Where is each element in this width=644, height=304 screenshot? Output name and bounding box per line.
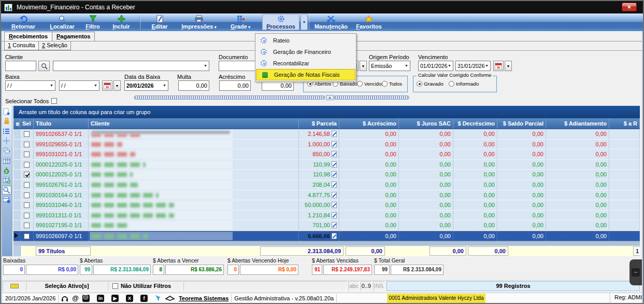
menu-item-rateio[interactable]: Rateio [255, 35, 356, 46]
radio-vencidos[interactable]: Vencidos [357, 81, 384, 87]
column-header-t-tulo[interactable]: Título [34, 118, 89, 129]
row-checkbox[interactable] [24, 223, 30, 228]
table-row[interactable]: 9991029655-0 1/11.000,000,000,000,000,00… [13, 140, 640, 150]
row-checkbox[interactable] [24, 182, 30, 188]
row-checkbox[interactable] [24, 213, 30, 218]
column-header--a-r[interactable]: $ a R [609, 118, 640, 129]
close-button[interactable]: ✕ [622, 3, 637, 11]
row-checkbox[interactable] [24, 162, 30, 168]
group-by-band[interactable]: Arraste um título de coluna aqui para cr… [13, 106, 640, 118]
hat-icon[interactable] [165, 295, 175, 301]
row-checkbox[interactable] [24, 151, 30, 157]
data-baixa-combo[interactable]: 20/01/2026 [124, 80, 168, 91]
table-row[interactable]: 9991030164-0 1/14.877,750,000,000,000,00… [13, 190, 640, 201]
facebook-icon[interactable]: f [140, 295, 151, 302]
select-all-checkbox[interactable] [51, 98, 57, 104]
side-list-icon[interactable] [2, 127, 11, 135]
youtube-icon[interactable]: ▶ [111, 295, 122, 302]
splitter-collapse-button[interactable]: ▲ [326, 95, 334, 100]
at-icon[interactable]: @ [72, 294, 79, 302]
radio-gravado[interactable]: Gravado [417, 81, 443, 87]
cliente-code-input[interactable] [5, 61, 36, 71]
side-moneybag-icon[interactable]: $ [2, 166, 11, 175]
toolbar-button-impress-es[interactable]: Impressões ▾ [177, 14, 221, 30]
side-chat-add-icon[interactable] [2, 146, 11, 155]
vencimento-calendar-button[interactable]: 30 [493, 61, 504, 71]
radio-informado[interactable]: Informado [449, 81, 479, 87]
side-table-icon[interactable] [2, 156, 11, 165]
no-filters-cell[interactable]: Não Utilizar Filtros [108, 281, 183, 291]
toolbar-button-editar[interactable]: Editar [145, 14, 174, 30]
table-row[interactable]: 9991026097-0 1/16.666,660,000,000,000,00… [13, 231, 640, 241]
table-row[interactable]: 9991027195-0 1/1701,000,000,000,000,000,… [13, 220, 640, 231]
brand-link[interactable]: Teorema Sistemas [179, 295, 228, 301]
column-header--juros-sac[interactable]: $ Juros SAC [399, 118, 453, 129]
table-row[interactable]: 9991031021-0 1/1850,000,000,000,000,000,… [13, 149, 640, 160]
toolbar-button-favoritos[interactable]: Favoritos [353, 14, 384, 30]
acrescimo-input[interactable]: 0,00 [219, 80, 251, 91]
tab-pagamentos[interactable]: Pagamentos [52, 32, 95, 41]
baixa-calendar-button[interactable]: 30 [102, 80, 112, 91]
table-row[interactable]: 9991026761-0 1/1208,040,000,000,000,000,… [13, 180, 640, 190]
splitter-bar-right[interactable] [334, 95, 409, 100]
baixa-to-combo[interactable]: / / [59, 80, 99, 91]
valor-extra-input[interactable]: 0,00 [262, 80, 294, 91]
row-checkbox[interactable] [24, 142, 30, 147]
row-checkbox[interactable] [24, 131, 30, 137]
column-header--parcela[interactable]: $ Parcela [299, 118, 339, 129]
toolbar-button-localizar[interactable]: Localizar [46, 14, 79, 30]
side-coins-icon[interactable] [2, 117, 11, 126]
column-header-sel[interactable]: Sel [20, 118, 34, 129]
toolbar-button-incluir[interactable]: Incluir [108, 14, 135, 30]
row-checkbox[interactable] [24, 202, 30, 208]
column-header--saldo-parcial[interactable]: $ Saldo Parcial [497, 118, 546, 129]
table-row[interactable]: 9991031046-0 1/150.000,000,000,000,000,0… [13, 200, 640, 211]
toolbar-button-filtro[interactable]: Filtro [81, 14, 105, 30]
row-checkbox[interactable] [24, 172, 30, 177]
baixa-from-combo[interactable]: / / [5, 80, 55, 91]
linkedin-icon[interactable]: in [97, 295, 108, 302]
headset-icon[interactable] [61, 295, 68, 302]
remote-access-tab[interactable]: ⇔ [629, 259, 642, 285]
toolbar-button-manuten-o[interactable]: Manutenção [312, 14, 350, 30]
vencimento-from-combo[interactable]: 01/01/2026 [418, 61, 453, 71]
column-header--acr-scimo[interactable]: $ Acréscimo [339, 118, 399, 129]
side-page-icon[interactable] [2, 107, 11, 116]
column-header-indicator[interactable]: ≣ [13, 118, 20, 129]
table-row[interactable]: 9991026537-0 1/12.146,580,000,000,000,00… [13, 129, 640, 140]
column-header--adiantamento[interactable]: $ Adiantamento [546, 118, 609, 129]
toolbar-dropdown-arrow[interactable]: ▼ [300, 14, 308, 30]
cliente-search-button[interactable] [38, 61, 50, 71]
splitter-bar[interactable] [134, 95, 325, 100]
menu-item-gera-o-de-financeiro[interactable]: Geração de Financeiro [255, 46, 356, 58]
table-row[interactable]: 0000122025-0 1/1110,980,000,000,000,000,… [13, 170, 640, 180]
side-table-add-icon[interactable] [2, 176, 11, 185]
x-icon[interactable]: X [126, 295, 137, 302]
tab-recebimentos[interactable]: Recebimentos [4, 32, 52, 41]
cliente-name-combo[interactable] [53, 61, 209, 71]
toolbar-button-retornar[interactable]: Retornar [5, 14, 41, 30]
radio-todos[interactable]: Todos [382, 81, 402, 87]
side-magnifier-icon[interactable] [2, 186, 11, 195]
vencimento-calendar-button-arrow[interactable]: ▼ [505, 61, 512, 71]
row-checkbox[interactable] [24, 233, 30, 239]
origem-periodo-combo[interactable]: Emissão [369, 61, 410, 71]
column-header-cliente[interactable]: Cliente [89, 118, 299, 129]
menu-item-gera-o-de-notas-fiscais[interactable]: Geração de Notas Fiscais [256, 69, 355, 80]
instagram-icon[interactable] [82, 295, 93, 302]
toolbar-button-grade[interactable]: Grade ▾ [228, 14, 253, 30]
documento-calendar-button-arrow[interactable]: ▼ [360, 61, 367, 71]
table-row[interactable]: 0000122025-0 1/1110,990,000,000,000,000,… [13, 160, 640, 170]
kite-icon[interactable] [155, 295, 161, 301]
side-move-icon[interactable] [2, 136, 11, 145]
row-checkbox[interactable] [24, 192, 30, 198]
menu-item-recontabilizar[interactable]: Recontabilizar [255, 58, 356, 69]
vencimento-to-combo[interactable]: 31/01/2026 [455, 61, 491, 71]
column-header--decr-scimo[interactable]: $ Decréscimo [453, 118, 497, 129]
baixa-calendar-button-arrow[interactable]: ▼ [113, 80, 121, 91]
side-table-info-icon[interactable] [2, 196, 11, 204]
subtab-1-consulta[interactable]: 1 Consulta [4, 42, 39, 50]
multa-input[interactable]: 0,00 [178, 80, 209, 91]
table-row[interactable]: 9991031311-0 1/11.210,840,000,000,000,00… [13, 211, 640, 221]
subtab-2-sele-o[interactable]: 2 Seleção [38, 42, 71, 50]
